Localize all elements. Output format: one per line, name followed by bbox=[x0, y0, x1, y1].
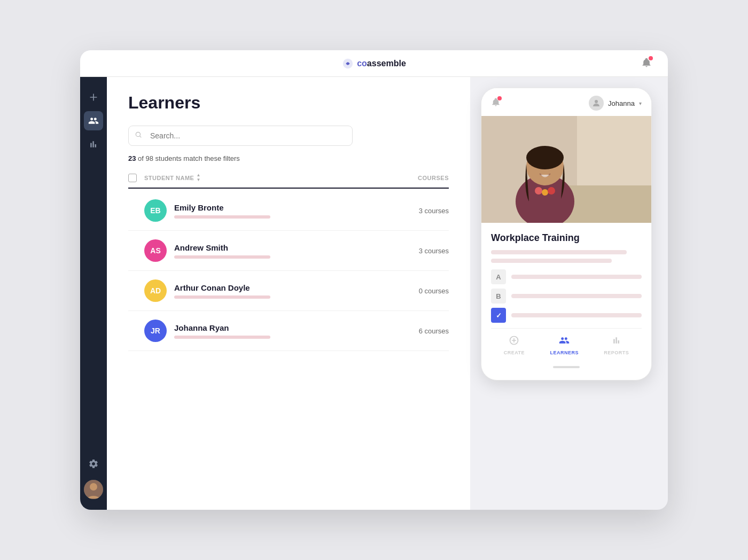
users-icon bbox=[88, 115, 99, 126]
table-row[interactable]: EB Emily Bronte 3 courses bbox=[128, 191, 449, 231]
learner-table: STUDENT NAME ▲ ▼ COURSES EB bbox=[128, 173, 449, 351]
phone-nav-reports[interactable]: REPORTS bbox=[604, 335, 629, 355]
phone-content-line bbox=[491, 259, 612, 263]
sidebar-item-learners[interactable] bbox=[84, 111, 103, 130]
courses-count: 3 courses bbox=[395, 247, 449, 255]
phone-panel: Johanna ▾ bbox=[470, 77, 668, 510]
student-name: Johanna Ryan bbox=[174, 323, 395, 332]
phone-header: Johanna ▾ bbox=[481, 88, 651, 116]
select-all-checkbox[interactable] bbox=[128, 174, 137, 182]
reports-nav-label: REPORTS bbox=[604, 350, 629, 355]
panel-content: Learners 23 of 98 students match these f… bbox=[107, 77, 470, 510]
phone-user-icon bbox=[589, 96, 604, 111]
progress-bar bbox=[174, 255, 270, 259]
phone-option-b[interactable]: B bbox=[491, 289, 642, 304]
progress-bar bbox=[174, 295, 270, 299]
table-row[interactable]: AD Arthur Conan Doyle 0 courses bbox=[128, 271, 449, 311]
option-letter-b: B bbox=[491, 289, 506, 304]
desktop-panel: Learners 23 of 98 students match these f… bbox=[107, 77, 470, 510]
create-label: CREATE bbox=[504, 350, 525, 355]
option-letter-a: A bbox=[491, 269, 506, 284]
phone-mockup: Johanna ▾ bbox=[481, 88, 652, 380]
phone-notification-dot bbox=[497, 96, 502, 100]
phone-nav-learners[interactable]: LEARNERS bbox=[550, 335, 579, 355]
option-line bbox=[511, 294, 642, 298]
table-header: STUDENT NAME ▲ ▼ COURSES bbox=[128, 173, 449, 189]
logo-area: coassemble bbox=[342, 58, 406, 69]
phone-user-name: Johanna bbox=[608, 99, 635, 107]
row-info: Emily Bronte bbox=[174, 203, 395, 219]
main-content: Learners 23 of 98 students match these f… bbox=[80, 77, 668, 510]
courses-count: 0 courses bbox=[395, 287, 449, 295]
row-info: Andrew Smith bbox=[174, 243, 395, 259]
search-input[interactable] bbox=[128, 126, 353, 146]
sort-arrows[interactable]: ▲ ▼ bbox=[196, 173, 200, 182]
reports-nav-icon bbox=[611, 335, 622, 348]
progress-bar bbox=[174, 336, 270, 339]
create-icon bbox=[509, 335, 519, 348]
phone-nav-create[interactable]: CREATE bbox=[504, 335, 525, 355]
svg-point-2 bbox=[90, 483, 97, 491]
phone-body: Workplace Training A B ✓ bbox=[481, 223, 651, 380]
outer-frame: coassemble bbox=[80, 50, 668, 510]
phone-bell-wrap[interactable] bbox=[491, 97, 501, 109]
gear-icon bbox=[88, 458, 99, 469]
student-avatar: EB bbox=[144, 199, 167, 222]
col-header-name: STUDENT NAME ▲ ▼ bbox=[144, 173, 395, 182]
svg-point-10 bbox=[526, 146, 564, 169]
learners-nav-label: LEARNERS bbox=[550, 350, 579, 355]
courses-count: 3 courses bbox=[395, 207, 449, 215]
logo-icon bbox=[342, 58, 354, 69]
row-info: Arthur Conan Doyle bbox=[174, 283, 395, 299]
svg-point-11 bbox=[535, 187, 542, 195]
phone-content-line bbox=[491, 250, 627, 254]
phone-options: A B ✓ bbox=[491, 269, 642, 323]
col-header-courses: COURSES bbox=[395, 175, 449, 181]
sidebar bbox=[80, 77, 107, 510]
courses-count: 6 courses bbox=[395, 327, 449, 335]
student-avatar: AD bbox=[144, 279, 167, 302]
search-bar bbox=[128, 126, 353, 146]
option-line bbox=[511, 313, 642, 317]
student-avatar: JR bbox=[144, 320, 167, 342]
table-row[interactable]: AS Andrew Smith 3 courses bbox=[128, 231, 449, 271]
phone-option-c[interactable]: ✓ bbox=[491, 308, 642, 323]
phone-home-bar bbox=[553, 366, 580, 368]
logo-text: coassemble bbox=[357, 59, 406, 68]
sidebar-item-settings[interactable] bbox=[84, 454, 103, 473]
phone-option-a[interactable]: A bbox=[491, 269, 642, 284]
notification-dot bbox=[649, 56, 653, 60]
option-line bbox=[511, 275, 642, 279]
course-photo bbox=[481, 116, 651, 223]
progress-bar bbox=[174, 215, 270, 219]
phone-nav: CREATE LEARNERS bbox=[491, 328, 642, 362]
student-name: Andrew Smith bbox=[174, 243, 395, 252]
filter-text: 23 of 98 students match these filters bbox=[128, 154, 449, 162]
page-title: Learners bbox=[128, 93, 449, 113]
row-info: Johanna Ryan bbox=[174, 323, 395, 339]
search-icon bbox=[135, 131, 142, 141]
svg-rect-7 bbox=[561, 185, 651, 223]
chart-icon bbox=[88, 139, 99, 150]
top-notification-bell[interactable] bbox=[641, 57, 652, 70]
phone-course-title: Workplace Training bbox=[491, 232, 642, 244]
student-avatar: AS bbox=[144, 239, 167, 262]
phone-course-image bbox=[481, 116, 651, 223]
student-name: Arthur Conan Doyle bbox=[174, 283, 395, 292]
sidebar-item-reports[interactable] bbox=[84, 135, 103, 154]
sidebar-item-add[interactable] bbox=[84, 88, 103, 107]
table-row[interactable]: JR Johanna Ryan 6 courses bbox=[128, 311, 449, 351]
svg-point-13 bbox=[548, 187, 555, 195]
svg-point-12 bbox=[542, 189, 548, 196]
select-all-col bbox=[128, 174, 144, 182]
phone-chevron-icon: ▾ bbox=[639, 100, 642, 106]
student-name: Emily Bronte bbox=[174, 203, 395, 212]
browser-top-bar: coassemble bbox=[80, 50, 668, 77]
learners-nav-icon bbox=[559, 335, 570, 348]
avatar-image bbox=[84, 480, 103, 499]
svg-point-4 bbox=[595, 100, 598, 103]
phone-user-menu[interactable]: Johanna ▾ bbox=[589, 96, 642, 111]
option-letter-check: ✓ bbox=[491, 308, 506, 323]
plus-icon bbox=[88, 92, 99, 103]
sidebar-avatar[interactable] bbox=[84, 480, 103, 499]
